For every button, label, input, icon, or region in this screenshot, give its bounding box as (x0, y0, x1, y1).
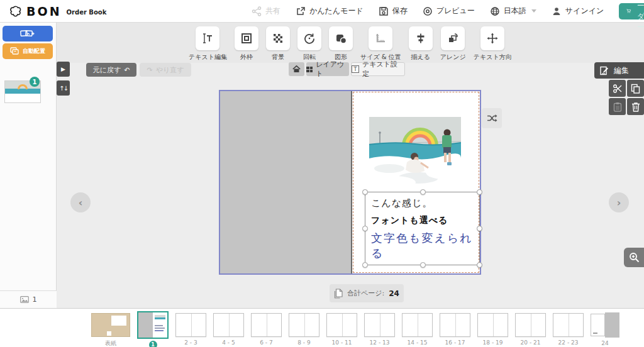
tool-text-edit[interactable]: テキスト編集 (189, 26, 227, 62)
book-spread: こんな感じ。 フォントも選べる 文字色も変えられる (219, 90, 481, 275)
resize-handle-s[interactable] (420, 262, 426, 268)
brand-name: BON (26, 4, 62, 18)
text-edit-icon (201, 32, 214, 45)
edit-panel-title: 編集 (614, 65, 629, 76)
thumb-spread-6-7[interactable]: 6 - 7 (251, 311, 282, 346)
cart-icon (626, 6, 631, 16)
align-icon (414, 32, 427, 45)
language-selector[interactable]: 日本語 (490, 6, 536, 16)
share-icon (252, 6, 262, 16)
tab-home[interactable] (289, 62, 304, 76)
tool-arrange[interactable]: アレンジ (440, 26, 466, 62)
thumb-spread-10-11[interactable]: 10 - 11 (326, 311, 357, 346)
auto-place-button[interactable]: 自動配置 (3, 43, 53, 59)
user-icon (552, 6, 562, 16)
zoom-in-button[interactable] (624, 248, 644, 267)
photo-count-icon (20, 296, 29, 303)
magnifier-plus-icon (629, 252, 640, 263)
thumb-spread-14-15[interactable]: 14 - 15 (402, 311, 433, 346)
text-direction-icon (486, 32, 499, 45)
redo-arrow-icon: ↷ (147, 66, 153, 74)
thumb-spread-2-3[interactable]: 2 - 3 (175, 311, 206, 346)
photo-count-footer: 1 (0, 290, 57, 308)
thumb-spread-20-21[interactable]: 20 - 21 (515, 311, 546, 346)
tool-text-direction[interactable]: テキスト方向 (474, 26, 512, 62)
thumb-cover-preview (91, 313, 130, 337)
resize-handle-se[interactable] (477, 262, 482, 268)
tool-shape[interactable]: 図形 (329, 26, 353, 62)
easy-mode-button[interactable]: かんたんモード (296, 6, 364, 16)
resize-handle-sw[interactable] (362, 262, 368, 268)
order-button[interactable]: オーダー (619, 3, 644, 19)
resize-handle-ne[interactable] (477, 189, 482, 195)
placed-photo[interactable] (369, 117, 461, 187)
resize-handle-w[interactable] (362, 226, 368, 231)
copy-button[interactable] (627, 80, 644, 97)
tab-text-settings[interactable]: T テキスト設定 (351, 62, 405, 76)
resize-handle-n[interactable] (420, 189, 426, 195)
shuffle-layout-button[interactable] (482, 108, 502, 128)
delete-button[interactable] (627, 98, 644, 115)
thumb-page-1-preview (137, 311, 169, 339)
undo-arrow-icon: ↶ (124, 66, 130, 74)
rotate-icon (303, 32, 316, 45)
tool-align[interactable]: 揃える (409, 26, 433, 62)
tool-size-position[interactable]: サイズ & 位置 (360, 26, 401, 62)
ruler-icon (374, 32, 387, 45)
total-pages-indicator: 合計ページ: 24 (330, 284, 404, 302)
next-spread-button[interactable]: › (609, 192, 629, 212)
photo-usage-badge: 1 (30, 77, 40, 87)
current-page-badge: 1 (149, 341, 157, 347)
thumb-spread-4-5[interactable]: 4 - 5 (213, 311, 244, 346)
sidebar-sort-button[interactable]: ↑↓ (57, 80, 70, 96)
share-button[interactable]: 共有 (252, 6, 280, 16)
preview-button[interactable]: プレビュー (423, 6, 475, 16)
photo-sidebar: 自動配置 1 1 (0, 23, 57, 308)
prev-spread-button[interactable]: ‹ (70, 192, 91, 212)
pages-icon (334, 289, 343, 299)
add-photos-icon (20, 29, 35, 38)
edit-panel-actions (609, 80, 644, 116)
thumb-spread-16-17[interactable]: 16 - 17 (440, 311, 470, 346)
edit-toolbar: テキスト編集 外枠 背景 回転 図形 サイズ & 位置 (57, 23, 644, 63)
thumb-spread-22-23[interactable]: 22 - 23 (553, 311, 584, 346)
thumb-spread-12-13[interactable]: 12 - 13 (364, 311, 395, 346)
thumb-spread-18-19[interactable]: 18 - 19 (477, 311, 508, 346)
thumb-page-1-selected[interactable]: 1 (137, 311, 169, 347)
page-right[interactable]: こんな感じ。 フォントも選べる 文字色も変えられる (352, 91, 480, 273)
sidebar-expand-button[interactable]: ▶ (57, 62, 70, 77)
photo-count: 1 (33, 295, 37, 304)
page-left-empty[interactable] (220, 91, 351, 273)
cut-button[interactable] (609, 80, 626, 97)
thumb-spread-8-9[interactable]: 8 - 9 (289, 311, 319, 346)
save-icon (379, 6, 389, 16)
preview-eye-icon (423, 6, 433, 16)
mini-rainbow (18, 84, 28, 89)
resize-handle-e[interactable] (477, 226, 482, 231)
copy-icon (631, 84, 640, 94)
thumb-cover[interactable]: 表紙 (91, 311, 130, 347)
page-filmstrip: 表紙 1 2 - 3 4 - 5 6 - 7 8 - 9 10 - 11 (0, 308, 644, 347)
signin-button[interactable]: サインイン (552, 6, 604, 16)
home-icon (292, 65, 301, 73)
clipboard-icon (613, 102, 622, 112)
shape-icon (335, 32, 347, 45)
add-photos-button[interactable] (3, 26, 53, 41)
tab-layout[interactable]: レイアウト (306, 62, 349, 76)
text-box[interactable]: こんな感じ。 フォントも選べる 文字色も変えられる (365, 192, 480, 265)
tool-outer-frame[interactable]: 外枠 (235, 26, 258, 62)
thumb-page-24[interactable]: 24 (591, 311, 619, 346)
layout-grid-icon (306, 67, 313, 72)
redo-button[interactable]: ↷やり直す (140, 63, 191, 77)
text-line-3: 文字色も変えられる (371, 231, 475, 261)
undo-button[interactable]: 元に戻す↶ (86, 63, 136, 77)
save-button[interactable]: 保存 (379, 6, 408, 16)
edit-panel-header: 編集 (594, 62, 644, 79)
tool-rotate[interactable]: 回転 (297, 26, 321, 62)
total-pages-value: 24 (389, 289, 399, 298)
paste-button[interactable] (609, 98, 626, 115)
text-line-1: こんな感じ。 (371, 197, 475, 209)
tool-background[interactable]: 背景 (266, 26, 290, 62)
resize-handle-nw[interactable] (362, 189, 368, 195)
thumb-page-24-preview (591, 312, 619, 338)
